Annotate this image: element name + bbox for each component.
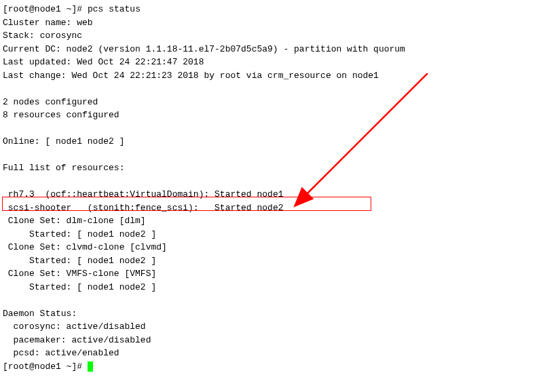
- prompt-host-2: node1: [35, 361, 61, 372]
- resource-dlm-started: Started: [ node1 node2 ]: [3, 228, 540, 241]
- cluster-name-line: Cluster name: web: [3, 16, 540, 30]
- prompt-symbol: #: [77, 4, 82, 14]
- prompt-path: ~: [67, 4, 72, 14]
- blank-line-1: [3, 82, 540, 96]
- resources-configured-line: 8 resources configured: [3, 109, 540, 122]
- prompt-user: root: [8, 4, 29, 14]
- online-line: Online: [ node1 node2 ]: [3, 135, 540, 149]
- blank-line-3: [3, 149, 540, 162]
- cursor-icon: [88, 361, 93, 372]
- daemon-pacemaker: pacemaker: active/disabled: [3, 334, 540, 347]
- resource-clvmd-header: Clone Set: clvmd-clone [clvmd]: [3, 241, 540, 254]
- prompt-user-2: root: [8, 361, 29, 372]
- prompt-symbol-2: #: [77, 361, 82, 372]
- daemon-corosync: corosync: active/disabled: [3, 320, 540, 334]
- current-dc-line: Current DC: node2 (version 1.1.18-11.el7…: [3, 43, 540, 56]
- resource-vmfs-started: Started: [ node1 node2 ]: [3, 281, 540, 294]
- last-updated-line: Last updated: Wed Oct 24 22:21:47 2018: [3, 56, 540, 69]
- blank-line-5: [3, 294, 540, 307]
- prompt-line-2[interactable]: [root@node1 ~]#: [3, 360, 540, 374]
- blank-line-4: [3, 175, 540, 189]
- prompt-path-2: ~: [67, 361, 72, 372]
- resource-clvmd-started: Started: [ node1 node2 ]: [3, 254, 540, 268]
- blank-line-2: [3, 122, 540, 136]
- prompt-host: node1: [35, 4, 61, 14]
- prompt-line-1: [root@node1 ~]# pcs status: [3, 3, 540, 16]
- resource-dlm-header: Clone Set: dlm-clone [dlm]: [3, 214, 540, 228]
- resource-rh73: rh7.3 (ocf::heartbeat:VirtualDomain): St…: [3, 188, 540, 201]
- nodes-configured-line: 2 nodes configured: [3, 96, 540, 109]
- command-text: pcs status: [88, 4, 141, 14]
- resource-vmfs-header: Clone Set: VMFS-clone [VMFS]: [3, 267, 540, 281]
- last-change-line: Last change: Wed Oct 24 22:21:23 2018 by…: [3, 69, 540, 83]
- resource-scsi: scsi-shooter (stonith:fence_scsi): Start…: [3, 201, 540, 215]
- resources-header: Full list of resources:: [3, 161, 540, 175]
- daemon-header: Daemon Status:: [3, 307, 540, 321]
- daemon-pcsd: pcsd: active/enabled: [3, 347, 540, 360]
- stack-line: Stack: corosync: [3, 29, 540, 43]
